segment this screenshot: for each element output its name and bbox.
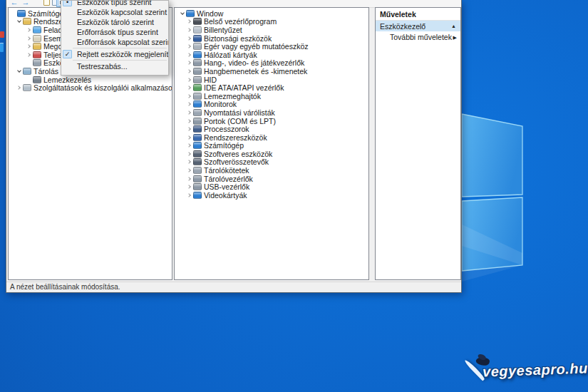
device-category-label: Szoftverösszetevők (204, 158, 272, 166)
device-category-keyboards[interactable]: Billentyűzet (175, 26, 368, 34)
actions-group-device-manager[interactable]: Eszközkezelő ▲ (376, 21, 460, 31)
device-category-system-devices[interactable]: Rendszereszközök (175, 133, 368, 142)
chevron-right-icon[interactable] (26, 29, 32, 31)
device-category-monitors[interactable]: Monitorok (175, 100, 368, 109)
menu-item-devices-by-connection[interactable]: Eszközök kapcsolat szerint (61, 7, 168, 17)
display-adapters-icon (193, 192, 202, 199)
chevron-right-icon[interactable] (186, 70, 192, 73)
chevron-right-icon[interactable] (26, 45, 32, 48)
chevron-right-icon[interactable] (186, 95, 192, 98)
device-category-firmware[interactable]: Belső vezérlőprogram (175, 18, 368, 26)
device-category-mice[interactable]: Egér vagy egyéb mutatóeszköz (175, 42, 368, 51)
monitors-icon (193, 100, 202, 108)
device-list-pane: WindowBelső vezérlőprogramBillentyűzetBi… (174, 7, 369, 280)
device-category-disk-drives[interactable]: Lemezmeghajtók (175, 92, 368, 100)
device-category-label: Tárolóvezérlők (204, 175, 256, 183)
chevron-right-icon[interactable] (186, 20, 192, 23)
device-category-label: USB-vezérlők (204, 182, 252, 191)
device-category-ide-controllers[interactable]: IDE ATA/ATAPI vezérlők (175, 83, 368, 92)
menu-item-customize[interactable]: Testreszabás... (61, 61, 168, 71)
computer-management-icon (17, 10, 26, 17)
menu-item-resources-by-type[interactable]: Erőforrások típus szerint (61, 27, 168, 37)
tree-item-label: Lemezkezelés (43, 76, 94, 84)
submenu-arrow-icon: ▶ (453, 35, 457, 40)
menu-item-show-hidden-devices[interactable]: ✓Rejtett eszközök megjelenítése (61, 49, 168, 59)
chevron-right-icon[interactable] (186, 29, 192, 31)
watermark-text: vegyesapro.hu (483, 360, 588, 380)
device-category-display-adapters[interactable]: Videokártyák (175, 191, 368, 200)
tree-item-services-and-applications[interactable]: Szolgáltatások és kiszolgálói alkalmazás… (9, 83, 172, 92)
chevron-right-icon[interactable] (186, 144, 192, 147)
chevron-right-icon[interactable] (186, 61, 192, 64)
menu-item-label: Rejtett eszközök megjelenítése (77, 50, 169, 58)
device-category-hid[interactable]: HID (175, 76, 368, 84)
device-category-software-devices[interactable]: Szoftveres eszközök (175, 150, 368, 158)
print-queues-icon (193, 109, 202, 116)
computer-icon (186, 10, 195, 17)
status-bar: A nézet beállításainak módosítása. (6, 282, 461, 292)
system-devices-icon (193, 134, 202, 141)
chevron-right-icon[interactable] (186, 136, 192, 139)
device-category-usb-controllers[interactable]: USB-vezérlők (175, 182, 368, 191)
device-root-computer-root[interactable]: Window (175, 9, 368, 18)
device-category-ports[interactable]: Portok (COM és LPT) (175, 117, 368, 125)
usb-controllers-icon (193, 183, 202, 190)
device-category-audio-io[interactable]: Hangbemenetek és -kimenetek (175, 67, 368, 76)
device-category-storage-controllers[interactable]: Tárolóvezérlők (175, 175, 368, 183)
software-components-icon (193, 158, 202, 165)
chevron-right-icon[interactable] (186, 169, 192, 172)
device-category-security-devices[interactable]: Biztonsági eszközök (175, 34, 368, 43)
disk-management-icon (33, 76, 41, 83)
chevron-right-icon[interactable] (186, 78, 192, 81)
chevron-down-icon[interactable] (16, 71, 22, 72)
more-actions-label: További műveletek (390, 33, 452, 41)
chevron-right-icon[interactable] (186, 160, 192, 163)
chevron-right-icon[interactable] (186, 111, 192, 114)
chevron-right-icon[interactable] (186, 128, 192, 130)
chevron-right-icon[interactable] (186, 185, 192, 188)
forward-arrow-icon[interactable]: → (20, 0, 31, 7)
back-arrow-icon[interactable]: ← (9, 0, 20, 7)
device-category-sound-controllers[interactable]: Hang-, video- és játékvezérlők (175, 59, 368, 68)
chevron-right-icon[interactable] (186, 45, 192, 48)
menu-item-label: Erőforrások típus szerint (77, 28, 158, 36)
menu-item-devices-by-container[interactable]: Eszközök tároló szerint (61, 17, 168, 27)
desktop-icon-fragment[interactable] (0, 31, 4, 38)
device-category-computer[interactable]: Számítógép (175, 142, 368, 150)
device-category-label: Monitorok (204, 100, 239, 108)
chevron-right-icon[interactable] (186, 37, 192, 40)
chevron-right-icon[interactable] (186, 177, 192, 180)
chevron-right-icon[interactable] (186, 86, 192, 89)
collapse-arrow-icon[interactable]: ▲ (451, 24, 456, 29)
chevron-right-icon[interactable] (16, 86, 22, 89)
chevron-down-icon[interactable] (16, 21, 22, 22)
device-category-label: Hangbemenetek és -kimenetek (204, 67, 310, 76)
checkmark-icon: ✓ (63, 50, 72, 58)
more-actions-item[interactable]: További műveletek ▶ (376, 31, 460, 43)
device-category-label: Processzorok (204, 125, 252, 133)
device-category-label: Hang-, video- és játékvezérlők (204, 58, 307, 67)
chevron-right-icon[interactable] (186, 153, 192, 155)
device-category-processors[interactable]: Processzorok (175, 125, 368, 133)
chevron-right-icon[interactable] (186, 120, 192, 123)
menu-item-devices-by-type[interactable]: •Eszközök típus szerint (61, 0, 168, 7)
chevron-right-icon[interactable] (186, 103, 192, 105)
device-category-label: Hálózati kártyák (204, 51, 260, 59)
tree-item-disk-management[interactable]: Lemezkezelés (9, 76, 172, 84)
device-category-print-queues[interactable]: Nyomtatási várólisták (175, 108, 368, 117)
chevron-right-icon[interactable] (186, 194, 192, 197)
device-category-network-adapters[interactable]: Hálózati kártyák (175, 51, 368, 59)
actions-title: Műveletek (376, 8, 460, 21)
chevron-right-icon[interactable] (186, 53, 192, 56)
device-category-label: Videokártyák (204, 191, 250, 200)
device-category-software-components[interactable]: Szoftverösszetevők (175, 158, 368, 167)
device-category-label: Szoftveres eszközök (204, 150, 275, 158)
chevron-right-icon[interactable] (26, 37, 32, 40)
menu-item-label: Erőforrások kapcsolat szerint (77, 38, 169, 46)
desktop-icon-fragment[interactable] (0, 43, 4, 52)
chevron-right-icon[interactable] (26, 53, 32, 56)
menu-item-resources-by-connection[interactable]: Erőforrások kapcsolat szerint (61, 37, 168, 47)
watermark: vegyesapro.hu (473, 351, 587, 389)
device-category-storage-volumes[interactable]: Tárolókötetek (175, 166, 368, 175)
chevron-down-icon[interactable] (179, 13, 185, 14)
